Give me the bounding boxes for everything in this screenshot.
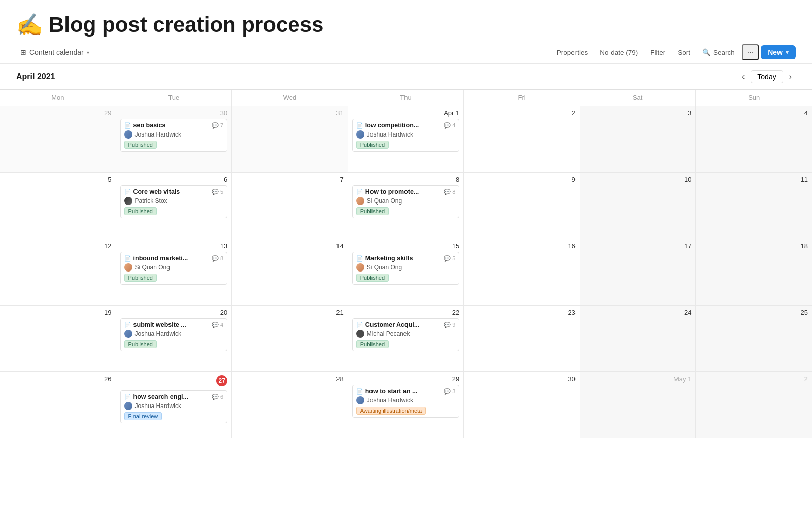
calendar-cell[interactable]: 18	[696, 239, 812, 305]
event-card[interactable]: 📄Customer Acqui...💬 9Michal PecanekPubli…	[352, 318, 460, 351]
calendar-cell[interactable]: 20📄submit website ...💬 4Joshua HardwickP…	[116, 306, 232, 371]
calendar-cell[interactable]: 19	[0, 306, 116, 371]
event-title: 📄seo basics	[124, 122, 166, 129]
more-options-button[interactable]: ···	[742, 44, 759, 60]
calendar-cell[interactable]: 8📄How to promote...💬 8Si Quan OngPublish…	[348, 173, 464, 239]
event-title-text: seo basics	[133, 122, 166, 129]
calendar-cell[interactable]: 6📄Core web vitals💬 5Patrick StoxPublishe…	[116, 173, 232, 239]
calendar-cell[interactable]: 16	[464, 239, 580, 305]
day-number: 8	[352, 176, 460, 183]
day-number: 29	[352, 375, 460, 383]
calendar-cell[interactable]: 17	[580, 239, 696, 305]
event-card[interactable]: 📄seo basics💬 7Joshua HardwickPublished	[120, 119, 228, 152]
event-title: 📄how to start an ...	[356, 388, 418, 395]
event-title: 📄How to promote...	[356, 188, 419, 195]
day-number: 14	[236, 242, 344, 250]
calendar-cell[interactable]: 5	[0, 173, 116, 239]
next-month-button[interactable]: ›	[785, 70, 796, 83]
event-author-row: Si Quan Ong	[356, 197, 456, 205]
day-number: 25	[700, 309, 808, 316]
toolbar: ⊞ Content calendar ▾ Properties No date …	[0, 41, 812, 64]
page: ✍️ Blog post creation process ⊞ Content …	[0, 0, 812, 508]
event-title: 📄inbound marketi...	[124, 255, 188, 262]
prev-month-button[interactable]: ‹	[738, 70, 749, 83]
calendar-cell[interactable]: 27📄how search engi...💬 6Joshua HardwickF…	[116, 372, 232, 438]
calendar-cell[interactable]: 25	[696, 306, 812, 371]
event-author-row: Si Quan Ong	[124, 263, 224, 272]
author-name: Michal Pecanek	[367, 330, 410, 337]
nav-controls: ‹ Today ›	[738, 70, 796, 83]
event-comment-count: 💬 8	[444, 189, 455, 195]
calendar-cell[interactable]: 29📄how to start an ...💬 3Joshua Hardwick…	[348, 372, 464, 438]
event-title-text: low competition...	[365, 122, 419, 129]
event-title: 📄how search engi...	[124, 393, 188, 400]
event-author-row: Patrick Stox	[124, 197, 224, 205]
calendar-cell[interactable]: 22📄Customer Acqui...💬 9Michal PecanekPub…	[348, 306, 464, 371]
avatar	[356, 396, 364, 404]
event-author-row: Joshua Hardwick	[124, 130, 224, 139]
sort-button[interactable]: Sort	[672, 46, 695, 59]
event-author-row: Joshua Hardwick	[356, 130, 456, 139]
search-button[interactable]: 🔍 Search	[697, 46, 740, 59]
event-card[interactable]: 📄how search engi...💬 6Joshua HardwickFin…	[120, 390, 228, 423]
calendar-cell[interactable]: 13📄inbound marketi...💬 8Si Quan OngPubli…	[116, 239, 232, 305]
event-card[interactable]: 📄Marketing skills💬 5Si Quan OngPublished	[352, 252, 460, 285]
calendar-cell[interactable]: 10	[580, 173, 696, 239]
calendar-cell[interactable]: 28	[232, 372, 348, 438]
day-number: Apr 1	[352, 109, 460, 117]
calendar-cell[interactable]: 14	[232, 239, 348, 305]
calendar-cell[interactable]: 2	[696, 372, 812, 438]
calendar-cell[interactable]: 24	[580, 306, 696, 371]
calendar-cell[interactable]: 9	[464, 173, 580, 239]
event-card[interactable]: 📄how to start an ...💬 3Joshua HardwickAw…	[352, 385, 460, 418]
calendar-week: 56📄Core web vitals💬 5Patrick StoxPublish…	[0, 172, 812, 239]
toolbar-right: Properties No date (79) Filter Sort 🔍 Se…	[552, 44, 796, 60]
calendar-cell[interactable]: 15📄Marketing skills💬 5Si Quan OngPublish…	[348, 239, 464, 305]
event-comment-count: 💬 8	[212, 255, 223, 262]
calendar-cell[interactable]: 29	[0, 106, 116, 172]
calendar-cell[interactable]: May 1	[580, 372, 696, 438]
calendar-cell[interactable]: Apr 1📄low competition...💬 4Joshua Hardwi…	[348, 106, 464, 172]
event-title-text: Customer Acqui...	[365, 321, 420, 328]
day-number: 20	[120, 309, 228, 316]
search-label: Search	[713, 49, 735, 56]
properties-button[interactable]: Properties	[552, 46, 593, 59]
calendar-week: 1920📄submit website ...💬 4Joshua Hardwic…	[0, 305, 812, 371]
event-card[interactable]: 📄How to promote...💬 8Si Quan OngPublishe…	[352, 185, 460, 218]
event-card[interactable]: 📄Core web vitals💬 5Patrick StoxPublished	[120, 185, 228, 218]
calendar-cell[interactable]: 30	[464, 372, 580, 438]
cal-header-day: Tue	[116, 90, 232, 106]
event-card[interactable]: 📄submit website ...💬 4Joshua HardwickPub…	[120, 318, 228, 351]
filter-button[interactable]: Filter	[645, 46, 670, 59]
day-number: 30	[120, 109, 228, 117]
event-card[interactable]: 📄low competition...💬 4Joshua HardwickPub…	[352, 119, 460, 152]
day-number: 19	[4, 309, 112, 316]
event-comment-count: 💬 4	[444, 122, 455, 129]
calendar-header: MonTueWedThuFriSatSun	[0, 90, 812, 106]
calendar-cell[interactable]: 23	[464, 306, 580, 371]
event-author-row: Joshua Hardwick	[124, 402, 224, 410]
calendar-cell[interactable]: 12	[0, 239, 116, 305]
today-button[interactable]: Today	[751, 70, 783, 83]
day-number: 12	[4, 242, 112, 250]
calendar-cell[interactable]: 7	[232, 173, 348, 239]
calendar-cell[interactable]: 3	[580, 106, 696, 172]
event-card[interactable]: 📄inbound marketi...💬 8Si Quan OngPublish…	[120, 252, 228, 285]
calendar-cell[interactable]: 26	[0, 372, 116, 438]
day-number: 21	[236, 309, 344, 316]
document-icon: 📄	[124, 255, 131, 262]
calendar-cell[interactable]: 31	[232, 106, 348, 172]
view-selector[interactable]: ⊞ Content calendar ▾	[16, 46, 93, 58]
calendar-cell[interactable]: 11	[696, 173, 812, 239]
cal-header-day: Sun	[696, 90, 812, 106]
calendar-cell[interactable]: 2	[464, 106, 580, 172]
calendar-cell[interactable]: 4	[696, 106, 812, 172]
new-button[interactable]: New ▾	[761, 45, 796, 59]
avatar	[124, 330, 132, 338]
event-comment-count: 💬 3	[444, 388, 455, 395]
calendar-cell[interactable]: 30📄seo basics💬 7Joshua HardwickPublished	[116, 106, 232, 172]
calendar-cell[interactable]: 21	[232, 306, 348, 371]
calendar-view-icon: ⊞	[20, 48, 26, 56]
document-icon: 📄	[356, 388, 363, 395]
nodate-button[interactable]: No date (79)	[595, 46, 643, 59]
